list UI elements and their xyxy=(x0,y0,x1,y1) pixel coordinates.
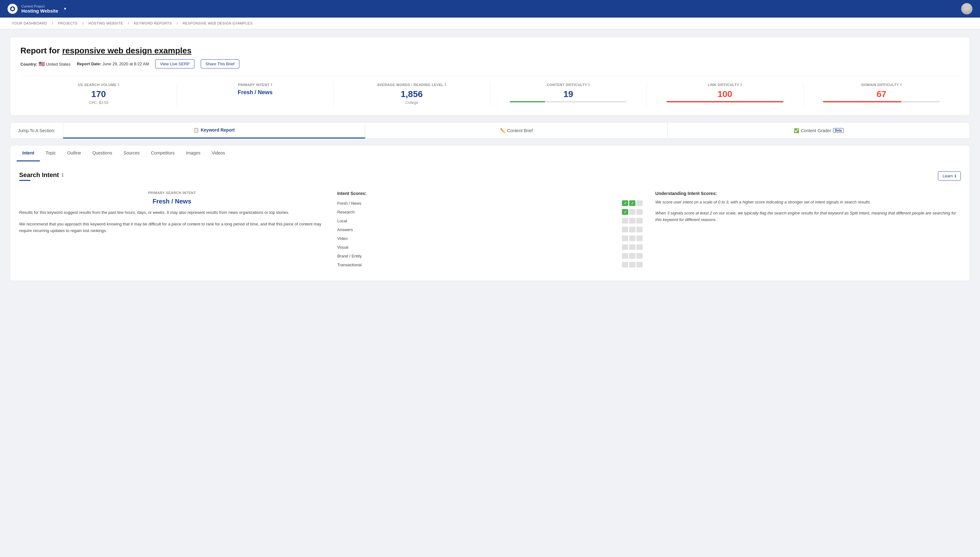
score-box-a3 xyxy=(636,227,642,232)
score-box-r1: ✓ xyxy=(622,209,628,215)
stat-label-words: AVERAGE WORDS / READING LEVEL ℹ xyxy=(339,83,485,87)
learn-label: Learn xyxy=(942,174,953,178)
tab-videos[interactable]: Videos xyxy=(206,145,231,161)
project-dropdown-arrow[interactable]: ▼ xyxy=(63,7,67,11)
stat-label-link-diff: LINK DIFFICULTY ℹ xyxy=(652,83,798,87)
score-box-2: ✓ xyxy=(629,200,636,206)
score-box-r2 xyxy=(629,209,636,215)
report-keyword-link[interactable]: responsive web design examples xyxy=(62,46,192,55)
project-icon xyxy=(8,4,18,14)
info-icon-domain-diff[interactable]: ℹ xyxy=(900,83,902,87)
country-value: United States xyxy=(46,62,70,67)
stat-avg-words: AVERAGE WORDS / READING LEVEL ℹ 1,856 Co… xyxy=(334,83,490,107)
breadcrumb-keyword-reports[interactable]: KEYWORD REPORTS xyxy=(134,21,171,25)
score-box-1: ✓ xyxy=(622,200,628,206)
stat-link-difficulty: LINK DIFFICULTY ℹ 100 xyxy=(647,83,804,107)
info-icon-section[interactable]: ℹ xyxy=(62,172,64,178)
understanding-text-2: When 3 signals score at least 2 on our s… xyxy=(655,210,961,223)
report-meta: Country: 🇺🇸 United States Report Date: J… xyxy=(20,59,960,68)
report-date-label: Report Date: xyxy=(77,62,101,66)
stat-label-domain-diff: DOMAIN DIFFICULTY ℹ xyxy=(809,83,955,87)
user-avatar[interactable] xyxy=(961,3,972,15)
score-row-local: Local xyxy=(338,218,643,223)
jump-nav: Jump To A Section: 📋 Keyword Report ✏️ C… xyxy=(10,122,970,139)
score-row-research: Research ✓ xyxy=(338,209,643,215)
tab-competitors[interactable]: Competitors xyxy=(145,145,180,161)
content-grader-icon: ✅ xyxy=(794,128,799,133)
primary-intent-label: PRIMARY SEARCH INTENT xyxy=(19,191,325,195)
sub-tabs: Intent Topic Outline Questions Sources C… xyxy=(10,145,970,161)
score-boxes-brand xyxy=(622,253,642,259)
tab-outline[interactable]: Outline xyxy=(62,145,87,161)
report-date-value: June 29, 2020 at 8:22 AM xyxy=(103,62,149,66)
understanding-col: Understanding Intent Scores: We score us… xyxy=(655,191,961,270)
project-selector[interactable]: Current Project Hosting Website ▼ xyxy=(8,4,67,14)
content-brief-label: Content Brief xyxy=(507,128,533,133)
intent-scores-list: Fresh / News ✓ ✓ Research ✓ xyxy=(338,200,643,267)
jump-tab-content-grader[interactable]: ✅ Content Grader Beta xyxy=(668,122,970,138)
intent-scores-col: Intent Scores: Fresh / News ✓ ✓ Research xyxy=(338,191,643,270)
section-underline xyxy=(19,180,31,181)
score-box-l1 xyxy=(622,218,628,223)
info-icon-intent[interactable]: ℹ xyxy=(271,83,272,87)
score-boxes-fresh: ✓ ✓ xyxy=(622,200,642,206)
score-box-t2 xyxy=(629,262,636,267)
info-icon-volume[interactable]: ℹ xyxy=(118,83,119,87)
stat-value-intent[interactable]: Fresh / News xyxy=(182,89,329,96)
report-date: Report Date: June 29, 2020 at 8:22 AM xyxy=(77,62,149,66)
view-live-serp-button[interactable]: View Live SERP xyxy=(155,59,194,68)
score-box-v2 xyxy=(629,236,636,241)
score-boxes-local xyxy=(622,218,642,223)
breadcrumb-hosting[interactable]: HOSTING WEBSITE xyxy=(88,21,123,25)
main-content: Report for responsive web design example… xyxy=(0,29,980,288)
project-info: Current Project Hosting Website xyxy=(21,4,58,13)
stat-value-content-diff: 19 xyxy=(495,89,642,99)
score-row-transactional: Transactional xyxy=(338,262,643,267)
stat-value-volume: 170 xyxy=(25,89,172,99)
section-header-row: Search Intent ℹ Learn ℹ xyxy=(19,171,961,190)
keyword-report-icon: 📋 xyxy=(194,127,199,132)
share-this-brief-button[interactable]: Share This Brief xyxy=(201,59,239,68)
score-name-local: Local xyxy=(338,218,375,223)
stat-primary-intent: PRIMARY INTENT ℹ Fresh / News xyxy=(177,83,334,107)
score-box-t3 xyxy=(636,262,642,267)
tab-questions[interactable]: Questions xyxy=(87,145,118,161)
tab-sources[interactable]: Sources xyxy=(118,145,145,161)
intent-scores-title: Intent Scores: xyxy=(338,191,643,196)
jump-tab-keyword-report[interactable]: 📋 Keyword Report xyxy=(63,122,365,138)
intent-grid: PRIMARY SEARCH INTENT Fresh / News Resul… xyxy=(19,191,961,270)
score-box-r3 xyxy=(636,209,642,215)
breadcrumb-sep-4: / xyxy=(176,21,179,25)
breadcrumb-sep-2: / xyxy=(82,21,85,25)
score-name-visual: Visual xyxy=(338,245,375,249)
score-box-l2 xyxy=(629,218,636,223)
tab-images[interactable]: Images xyxy=(180,145,206,161)
stat-value-words: 1,856 xyxy=(339,89,485,99)
report-title-prefix: Report for xyxy=(20,46,62,55)
jump-tab-content-brief[interactable]: ✏️ Content Brief xyxy=(365,122,667,138)
stat-label-volume: US SEARCH VOLUME ℹ xyxy=(25,83,172,87)
breadcrumb-sep-1: / xyxy=(52,21,54,25)
report-title: Report for responsive web design example… xyxy=(20,46,960,55)
score-box-l3 xyxy=(636,218,642,223)
keyword-report-label: Keyword Report xyxy=(201,127,235,132)
intent-description-2: We recommend that you approach this keyw… xyxy=(19,221,325,234)
score-box-t1 xyxy=(622,262,628,267)
score-box-v3 xyxy=(636,236,642,241)
score-box-a2 xyxy=(629,227,636,232)
score-name-research: Research xyxy=(338,210,375,215)
info-icon-words[interactable]: ℹ xyxy=(445,83,446,87)
score-boxes-visual xyxy=(622,244,642,250)
tab-intent[interactable]: Intent xyxy=(17,145,40,161)
learn-button[interactable]: Learn ℹ xyxy=(938,171,961,181)
score-boxes-answers xyxy=(622,227,642,232)
info-icon-link-diff[interactable]: ℹ xyxy=(740,83,742,87)
score-box-vi3 xyxy=(636,244,642,250)
top-navigation: Current Project Hosting Website ▼ xyxy=(0,0,980,18)
info-icon-content-diff[interactable]: ℹ xyxy=(588,83,590,87)
tab-topic[interactable]: Topic xyxy=(40,145,62,161)
breadcrumb-dashboard[interactable]: YOUR DASHBOARD xyxy=(12,21,47,25)
breadcrumb-projects[interactable]: PROJECTS xyxy=(58,21,78,25)
score-row-brand: Brand / Entity xyxy=(338,253,643,259)
project-name: Hosting Website xyxy=(21,8,58,13)
